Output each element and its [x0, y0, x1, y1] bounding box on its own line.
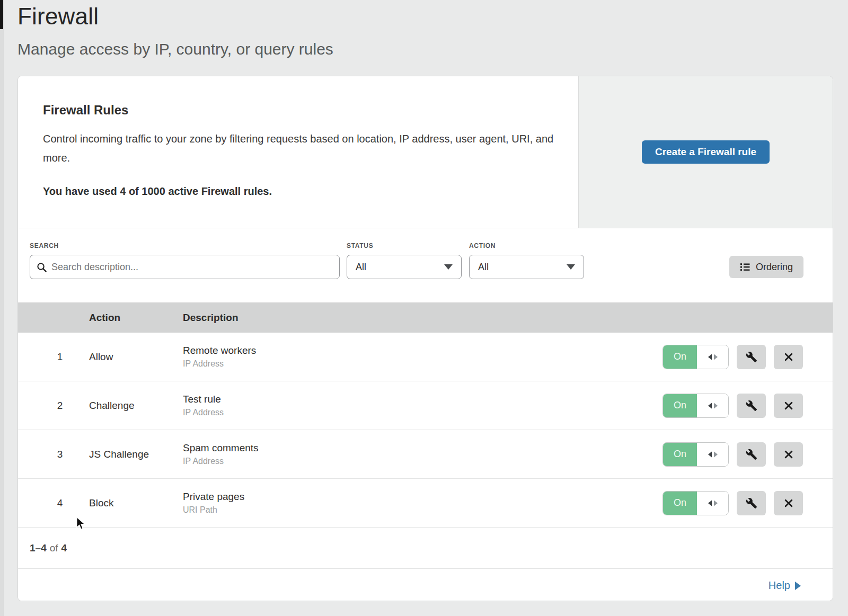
- rule-match-type: IP Address: [183, 408, 224, 417]
- window-left-edge: [0, 0, 4, 616]
- page-title: Firewall: [17, 3, 99, 30]
- rule-description-title: Test rule: [183, 394, 224, 405]
- x-icon: [783, 498, 794, 508]
- pager-of-label: of: [50, 542, 58, 554]
- x-icon: [783, 400, 794, 411]
- section-heading: Firewall Rules: [43, 103, 128, 118]
- delete-rule-button[interactable]: [774, 491, 803, 515]
- action-selected-value: All: [478, 262, 489, 273]
- help-arrow-icon: [795, 582, 801, 590]
- column-header-action: Action: [89, 312, 120, 324]
- action-select[interactable]: All: [469, 255, 584, 279]
- firewall-rules-card: Firewall Rules Control incoming traffic …: [17, 76, 833, 601]
- toggle-on-label: On: [663, 443, 697, 466]
- edit-rule-button[interactable]: [737, 442, 766, 467]
- rule-action: Allow: [89, 351, 113, 363]
- create-firewall-rule-button[interactable]: Create a Firewall rule: [642, 140, 770, 164]
- edit-rule-button[interactable]: [737, 394, 766, 418]
- rule-action: Challenge: [89, 400, 135, 412]
- chevron-down-icon: [567, 264, 575, 270]
- rule-controls: On: [662, 491, 803, 515]
- search-label: SEARCH: [30, 242, 59, 249]
- pagination-status: 1–4 of 4: [18, 528, 833, 569]
- page: { "page": { "title": "Firewall", "subtit…: [0, 0, 848, 616]
- search-input[interactable]: [51, 262, 333, 273]
- table-row: 1 Allow Remote workers IP Address On: [18, 333, 833, 381]
- rule-enabled-toggle[interactable]: On: [662, 442, 729, 467]
- rule-description-title: Private pages: [183, 491, 244, 503]
- toggle-on-label: On: [663, 492, 697, 515]
- status-selected-value: All: [356, 262, 366, 273]
- toggle-on-label: On: [663, 345, 697, 369]
- rule-action: Block: [89, 497, 113, 509]
- rule-controls: On: [662, 394, 803, 418]
- edit-rule-button[interactable]: [737, 345, 766, 369]
- rule-priority: 3: [52, 449, 68, 460]
- search-icon: [37, 262, 47, 272]
- wrench-icon: [746, 351, 757, 363]
- usage-summary: You have used 4 of 1000 active Firewall …: [43, 185, 272, 198]
- section-description: Control incoming traffic to your zone by…: [43, 129, 554, 167]
- status-select[interactable]: All: [347, 255, 462, 279]
- rule-description: Spam comments IP Address: [183, 442, 259, 466]
- overview-action-panel: Create a Firewall rule: [578, 76, 833, 228]
- table-row: 3 JS Challenge Spam comments IP Address …: [18, 430, 833, 479]
- window-edge-artifact: [0, 0, 3, 29]
- toggle-arrows-icon: [697, 443, 728, 466]
- toggle-arrows-icon: [697, 394, 728, 417]
- rule-description-title: Remote workers: [183, 345, 256, 356]
- rule-controls: On: [662, 345, 803, 369]
- toggle-arrows-icon: [697, 345, 728, 369]
- toggle-arrows-icon: [697, 492, 728, 515]
- ordering-button[interactable]: Ordering: [729, 256, 803, 278]
- rule-description: Remote workers IP Address: [183, 345, 256, 369]
- rule-match-type: IP Address: [183, 457, 259, 466]
- rule-enabled-toggle[interactable]: On: [662, 394, 729, 418]
- edit-rule-button[interactable]: [737, 491, 766, 515]
- toggle-on-label: On: [663, 394, 697, 417]
- chevron-down-icon: [444, 264, 453, 270]
- wrench-icon: [746, 400, 757, 412]
- table-row: 4 Block Private pages URI Path On: [18, 479, 833, 528]
- filters-section: SEARCH STATUS All ACTION All: [18, 228, 833, 302]
- ordered-list-icon: [740, 262, 750, 272]
- column-header-description: Description: [183, 312, 238, 324]
- rule-description: Test rule IP Address: [183, 394, 224, 417]
- help-link-label: Help: [768, 579, 790, 592]
- pager-total: 4: [61, 542, 67, 554]
- rule-description-title: Spam comments: [183, 442, 259, 454]
- table-header: Action Description: [18, 302, 833, 333]
- page-subtitle: Manage access by IP, country, or query r…: [17, 40, 333, 58]
- delete-rule-button[interactable]: [774, 394, 803, 418]
- rule-enabled-toggle[interactable]: On: [662, 345, 729, 369]
- rule-match-type: URI Path: [183, 505, 244, 515]
- overview-section: Firewall Rules Control incoming traffic …: [18, 76, 833, 228]
- x-icon: [783, 449, 794, 460]
- overview-text-panel: Firewall Rules Control incoming traffic …: [18, 76, 578, 228]
- pager-range: 1–4: [30, 542, 47, 554]
- table-row: 2 Challenge Test rule IP Address On: [18, 381, 833, 430]
- help-link[interactable]: Help: [768, 579, 801, 592]
- help-section: Help: [18, 569, 833, 601]
- search-box[interactable]: [30, 255, 340, 279]
- rules-list: 1 Allow Remote workers IP Address On: [18, 333, 833, 528]
- wrench-icon: [746, 497, 757, 509]
- rule-priority: 4: [52, 497, 68, 509]
- action-label: ACTION: [469, 242, 496, 249]
- rule-enabled-toggle[interactable]: On: [662, 491, 729, 515]
- ordering-button-label: Ordering: [756, 262, 793, 273]
- wrench-icon: [746, 449, 757, 460]
- rule-description: Private pages URI Path: [183, 491, 244, 515]
- status-label: STATUS: [347, 242, 373, 249]
- rule-action: JS Challenge: [89, 449, 149, 460]
- x-icon: [783, 352, 794, 362]
- rule-match-type: IP Address: [183, 359, 256, 369]
- rule-controls: On: [662, 442, 803, 467]
- rule-priority: 1: [52, 351, 68, 363]
- rule-priority: 2: [52, 400, 68, 412]
- delete-rule-button[interactable]: [774, 345, 803, 369]
- delete-rule-button[interactable]: [774, 442, 803, 467]
